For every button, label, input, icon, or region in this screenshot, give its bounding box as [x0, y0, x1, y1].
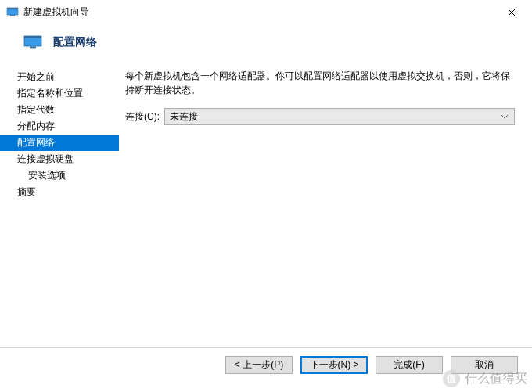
- close-button[interactable]: [496, 3, 527, 22]
- description-text: 每个新虚拟机包含一个网络适配器。你可以配置网络适配器以使用虚拟交换机，否则，它将…: [125, 69, 515, 97]
- window-title: 新建虚拟机向导: [23, 5, 89, 19]
- svg-rect-2: [10, 15, 15, 16]
- svg-rect-1: [7, 8, 18, 9]
- main-panel: 每个新虚拟机包含一个网络适配器。你可以配置网络适配器以使用虚拟交换机，否则，它将…: [119, 64, 532, 347]
- page-title: 配置网络: [53, 35, 97, 49]
- wizard-step[interactable]: 摘要: [0, 184, 119, 200]
- wizard-steps: 开始之前指定名称和位置指定代数分配内存配置网络连接虚拟硬盘安装选项摘要: [0, 64, 119, 347]
- wizard-header: 配置网络: [0, 23, 532, 64]
- svg-rect-4: [24, 36, 41, 38]
- wizard-footer: < 上一步(P) 下一步(N) > 完成(F) 取消: [0, 347, 532, 382]
- cancel-button[interactable]: 取消: [451, 356, 518, 374]
- wizard-step[interactable]: 开始之前: [0, 69, 119, 85]
- prev-button[interactable]: < 上一步(P): [225, 356, 293, 374]
- wizard-step[interactable]: 指定代数: [0, 102, 119, 118]
- wizard-step[interactable]: 连接虚拟硬盘: [0, 151, 119, 167]
- titlebar: 新建虚拟机向导: [0, 0, 532, 23]
- connection-row: 连接(C): 未连接: [125, 108, 515, 125]
- svg-rect-5: [30, 47, 36, 49]
- app-icon: [6, 5, 19, 18]
- wizard-step[interactable]: 分配内存: [0, 118, 119, 135]
- wizard-content: 开始之前指定名称和位置指定代数分配内存配置网络连接虚拟硬盘安装选项摘要 每个新虚…: [0, 64, 532, 347]
- monitor-icon: [23, 34, 42, 50]
- wizard-step[interactable]: 安装选项: [0, 167, 119, 184]
- next-button[interactable]: 下一步(N) >: [300, 356, 368, 374]
- chevron-down-icon: [498, 110, 511, 123]
- finish-button[interactable]: 完成(F): [376, 356, 443, 374]
- connection-label: 连接(C):: [125, 110, 160, 124]
- wizard-step[interactable]: 配置网络: [0, 135, 119, 151]
- wizard-step[interactable]: 指定名称和位置: [0, 85, 119, 102]
- connection-select[interactable]: 未连接: [164, 108, 515, 125]
- connection-select-value: 未连接: [170, 110, 198, 124]
